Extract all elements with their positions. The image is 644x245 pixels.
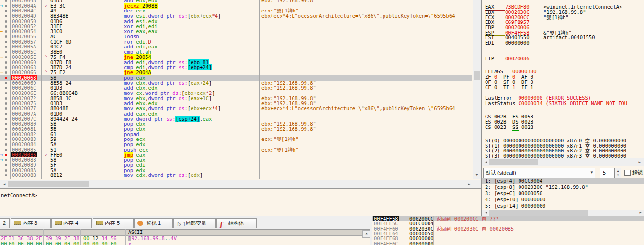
disasm-row[interactable]: 0002006858pop eax xyxy=(0,75,472,81)
scroll-thumb[interactable] xyxy=(8,181,89,187)
tab-局部变量[interactable]: [x=]局部变量 xyxy=(173,218,216,228)
stack-row[interactable]: 00F4FF6800000000 xyxy=(372,236,644,241)
disasm-row[interactable]: 0002008B8B12mov edx,dword ptr ds:[edx] xyxy=(0,173,472,178)
scroll-down-icon[interactable]: ▼ xyxy=(473,172,481,179)
scroll-left-icon[interactable]: ◄ xyxy=(483,210,489,216)
arg-count-spinner[interactable]: ▲▼ xyxy=(614,168,621,178)
bp-dot-icon[interactable] xyxy=(5,0,7,2)
disasm-hscrollbar[interactable]: ◄ ► xyxy=(0,180,481,188)
tab-内存 5[interactable]: 内存 5 xyxy=(93,218,134,228)
disasm-row[interactable]: 0002008A5Apop edx xyxy=(0,168,472,173)
flags-row[interactable]: CF 0 TF 1 IF 1 xyxy=(485,85,533,90)
disasm-row[interactable]: 0002007C894424 24mov dword ptr ss:[esp+2… xyxy=(0,117,472,122)
disasm-row[interactable]: 0002004801D3add ebx,edxebx:"192.168.99.8… xyxy=(0,0,472,3)
scroll-right-icon[interactable]: ► xyxy=(637,210,644,216)
registers-hscrollbar[interactable]: ◄► xyxy=(482,158,644,166)
disasm-row[interactable]: 0002005001D6add esi,edx xyxy=(0,19,472,24)
disasm-row[interactable]: →0002005431C0xor eax,eax xyxy=(0,29,472,34)
bp-dot-icon[interactable] xyxy=(5,123,7,125)
register-row[interactable]: EIP00020086 xyxy=(485,56,505,61)
bp-dot-icon[interactable] xyxy=(5,174,7,176)
bp-dot-icon[interactable] xyxy=(5,66,7,69)
bp-dot-icon[interactable] xyxy=(5,35,7,38)
disasm-row[interactable]: 00020057C1CF 0Dror edi,D xyxy=(0,39,472,45)
disasm-row[interactable]: →00020086vFFE0jmp eax xyxy=(0,152,472,158)
stack-panel[interactable]: 00F4FF58000200CC返回到 000200CC 自 ???00F4FF… xyxy=(372,216,644,245)
bp-dot-icon[interactable] xyxy=(5,30,7,33)
scroll-thumb[interactable] xyxy=(474,71,480,80)
argument-row[interactable]: 4: [esp+10] 00000000 xyxy=(482,197,644,203)
bp-dot-icon[interactable] xyxy=(5,97,7,100)
disasm-row[interactable]: 0002008359pop ecxecx:"雙[1禅h" xyxy=(0,137,472,142)
bp-dot-icon[interactable] xyxy=(5,133,7,136)
bp-dot-icon[interactable] xyxy=(5,164,7,166)
bp-dot-icon[interactable] xyxy=(5,82,7,84)
bp-dot-icon[interactable] xyxy=(5,169,7,172)
disasm-vscrollbar[interactable]: ▼ xyxy=(473,0,481,179)
registers-panel[interactable]: EAX73BCDF80<wininet.InternetConnectA>EBX… xyxy=(482,0,644,216)
bp-dot-icon[interactable] xyxy=(5,159,7,161)
bp-dot-icon[interactable] xyxy=(5,56,7,58)
tab-内存 3[interactable]: 内存 3 xyxy=(11,218,51,228)
bp-dot-icon[interactable] xyxy=(5,5,7,7)
register-row[interactable]: EDI00000000 xyxy=(485,40,505,46)
bp-dot-icon[interactable] xyxy=(5,71,7,74)
bp-dot-icon[interactable] xyxy=(5,113,7,115)
disasm-row[interactable]: 0002008261popad xyxy=(0,132,472,137)
bp-dot-icon[interactable] xyxy=(5,92,7,94)
disasm-row[interactable]: 0002007501D3add ebx,edxebx:"192.168.99.8… xyxy=(0,101,472,106)
disasm-row[interactable]: 000200698B58 24mov ebx,dword ptr ds:[eax… xyxy=(0,81,472,86)
bp-dot-icon[interactable] xyxy=(5,25,7,28)
tab-结构体[interactable]: ʃ结构体 xyxy=(216,218,257,228)
bp-dot-icon[interactable] xyxy=(5,118,7,120)
bp-dot-icon[interactable] xyxy=(5,138,7,140)
disasm-row[interactable]: 000200895Fpop edi xyxy=(0,163,472,168)
argument-row[interactable]: 2: [esp+8] 0002030C "192.168.99.8" xyxy=(482,184,644,190)
bp-dot-icon[interactable] xyxy=(5,10,7,12)
calling-convention-select[interactable]: 默认 (stdcall)▼ xyxy=(483,168,595,178)
unlock-checkbox[interactable] xyxy=(624,170,631,176)
disasm-row[interactable]: 000200778B048Bmov eax,dword ptr ds:[ebx+… xyxy=(0,106,472,111)
disasm-row[interactable]: 0002004D8B348Bmov esi,dword ptr ds:[ebx+… xyxy=(0,13,472,19)
disasm-row[interactable]: 0002004C49dec ecxecx:"雙[1禅h" xyxy=(0,8,472,13)
bp-dot-icon[interactable] xyxy=(5,128,7,130)
disasm-row[interactable]: 0002005C38E0cmp al,ah xyxy=(0,49,472,55)
disasm-row[interactable]: 0002005231FFxor edi,edi xyxy=(0,24,472,29)
scroll-thumb[interactable] xyxy=(489,210,588,216)
disasm-row[interactable]: 000200845Apop edx xyxy=(0,142,472,147)
disasm-row[interactable]: →0002008858pop eax xyxy=(0,157,472,163)
disassembly-panel[interactable]: 0002004801D3add ebx,edxebx:"192.168.99.8… xyxy=(0,0,482,216)
bp-dot-icon[interactable] xyxy=(5,51,7,53)
scroll-right-icon[interactable]: ► xyxy=(466,181,473,187)
disasm-row[interactable]: 000200805Bpop ebxebx:"192.168.99.8" xyxy=(0,121,472,127)
bp-dot-icon[interactable] xyxy=(5,46,7,48)
bp-dot-icon[interactable] xyxy=(5,102,7,105)
dump-row[interactable]: 0000 00 00 0000 00 00 0000 00 00 00x....… xyxy=(0,241,370,245)
tab-2[interactable]: 2 xyxy=(0,218,10,228)
disasm-row[interactable]: −00020066^75 E2jne 2004A xyxy=(0,70,472,75)
argument-row[interactable]: 3: [esp+C] 00000050 xyxy=(482,190,644,197)
scroll-up-icon[interactable]: ▲ xyxy=(362,230,370,238)
bp-dot-icon[interactable] xyxy=(5,143,7,146)
disasm-row[interactable]: 0002007A01D0add eax,edx xyxy=(0,111,472,117)
tab-内存 4[interactable]: 内存 4 xyxy=(51,218,92,228)
scroll-left-icon[interactable]: ◄ xyxy=(1,181,8,187)
arguments-hscrollbar[interactable]: ◄► xyxy=(482,210,644,216)
disasm-row[interactable]: 000200815Bpop ebxebx:"192.168.99.8" xyxy=(0,127,472,132)
bp-dot-icon[interactable] xyxy=(5,41,7,43)
bp-dot-icon[interactable] xyxy=(5,20,7,23)
argument-row[interactable]: 5: [esp+14] 00000000 xyxy=(482,203,644,209)
stack-row[interactable]: 00F4FF6C00000000 xyxy=(372,241,644,245)
tab-监视 1[interactable]: 监视 1 xyxy=(134,218,173,228)
scroll-thumb[interactable] xyxy=(489,159,538,165)
disasm-row[interactable]: 000200728B58 1Cmov ebx,dword ptr ds:[eax… xyxy=(0,96,472,101)
scroll-right-icon[interactable]: ► xyxy=(636,159,643,165)
argument-row[interactable]: 1: [esp+4] 00CC0004 xyxy=(482,178,644,184)
breakpoint-icon[interactable] xyxy=(5,154,7,156)
bp-dot-icon[interactable] xyxy=(5,15,7,17)
disasm-row[interactable]: 000200633B7D 24cmp edi,dword ptr ss:[ebp… xyxy=(0,65,472,70)
disasm-row[interactable]: 0002008551push ecxecx:"雙[1禅h" xyxy=(0,147,472,152)
bp-dot-icon[interactable] xyxy=(5,149,7,151)
disasm-row[interactable]: 0002005A01C7add edi,eax xyxy=(0,44,472,49)
bp-dot-icon[interactable] xyxy=(5,107,7,110)
